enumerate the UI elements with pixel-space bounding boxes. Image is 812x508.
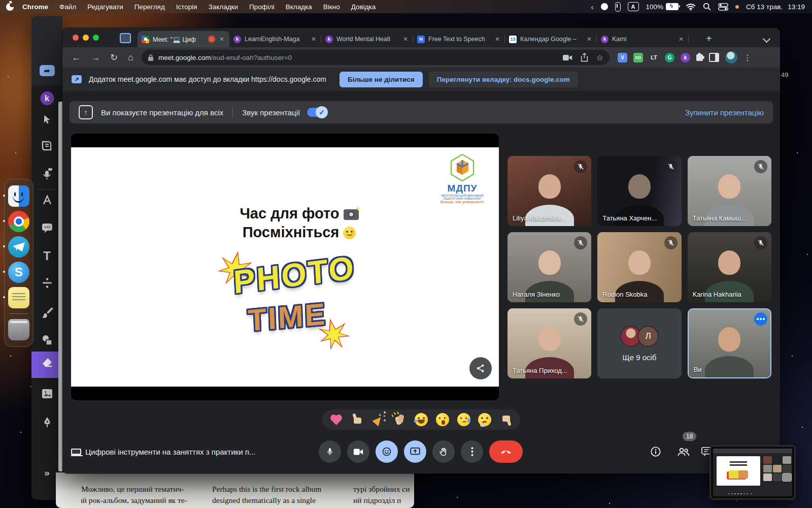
reaction-laugh-icon[interactable] (414, 412, 428, 427)
input-source-badge[interactable]: A (628, 2, 639, 11)
participant-tile[interactable]: Rodion Skobka (597, 232, 681, 302)
comment-tool-icon[interactable] (41, 223, 53, 234)
dock-chrome[interactable] (8, 211, 29, 232)
profile-avatar[interactable] (725, 51, 737, 64)
tab-google-calendar[interactable]: 13 Календар Google – ✕ (505, 31, 597, 47)
reaction-thinking-icon[interactable] (478, 412, 492, 427)
participants-panel-button[interactable] (676, 446, 690, 457)
menu-app-name[interactable]: Chrome (17, 3, 54, 11)
extension-v-icon[interactable]: V (618, 53, 627, 62)
slide-share-button[interactable] (469, 357, 492, 379)
collapse-chevron-icon[interactable]: ‹ (591, 3, 594, 11)
close-tab-icon[interactable]: ✕ (218, 36, 225, 43)
raise-hand-button[interactable] (432, 440, 455, 463)
tab-world-mental-health[interactable]: k World Mental Healt ✕ (321, 31, 413, 47)
tab-text-to-speech[interactable]: N Free Text to Speech ✕ (413, 31, 505, 47)
tab-search-chevron-icon[interactable] (763, 35, 771, 43)
reaction-thumbs-down-icon[interactable] (499, 412, 513, 427)
back-button[interactable]: ← (66, 52, 86, 63)
grammarly-icon[interactable]: G (665, 53, 674, 62)
more-options-button[interactable] (461, 440, 483, 463)
cursor-tool-icon[interactable] (42, 114, 53, 125)
zoom-window-button[interactable] (93, 35, 99, 41)
languagetool-icon[interactable]: LT (649, 53, 659, 62)
menu-view[interactable]: Перегляд (129, 3, 171, 11)
wifi-icon[interactable] (686, 3, 696, 11)
dock-stickies[interactable] (8, 287, 29, 308)
kami-logo-icon[interactable]: k (40, 91, 54, 105)
close-tab-icon[interactable]: ✕ (586, 36, 593, 43)
tile-options-kebab-icon[interactable] (754, 312, 767, 326)
self-view-tile[interactable]: Ви (688, 308, 771, 378)
participant-tile[interactable]: Татьяна Харчен... (597, 156, 681, 226)
camera-button[interactable] (347, 440, 369, 463)
dock-finder[interactable] (8, 185, 29, 207)
home-button[interactable]: ⌂ (123, 52, 139, 63)
record-indicator-icon[interactable] (601, 3, 608, 10)
reaction-party-icon[interactable] (371, 412, 386, 427)
shapes-tool-icon[interactable] (41, 334, 53, 346)
control-center-icon[interactable] (718, 3, 728, 11)
stop-sharing-button[interactable]: Більше не ділитися (340, 72, 423, 87)
dock-telegram[interactable] (8, 236, 29, 258)
close-tab-icon[interactable]: ✕ (494, 36, 501, 43)
tab-overview-icon[interactable] (120, 33, 131, 43)
browser-menu-kebab-icon[interactable]: ⋮ (743, 53, 752, 62)
menubar-clock[interactable]: Сб 13 трав.13:19 (746, 3, 805, 11)
reaction-heart-icon[interactable]: ✦ (329, 412, 344, 427)
menu-help[interactable]: Довідка (346, 3, 382, 11)
reactions-button-active[interactable] (376, 440, 398, 463)
share-icon[interactable] (581, 53, 588, 62)
brush-tool-icon[interactable] (41, 307, 53, 319)
camera-in-use-icon[interactable] (563, 54, 572, 61)
present-to-meet-icon[interactable]: ➦ (40, 65, 55, 76)
eraser-tool-icon[interactable] (41, 357, 53, 368)
forward-button[interactable]: → (86, 52, 105, 63)
bookmark-star-icon[interactable]: ☆ (596, 53, 603, 62)
insert-image-tool-icon[interactable] (41, 388, 53, 399)
participant-tile[interactable]: Liliya Kaluzhska... (507, 156, 591, 226)
menu-window[interactable]: Вікно (318, 3, 346, 11)
leave-call-button[interactable] (489, 440, 523, 463)
equation-tool-icon[interactable] (42, 277, 53, 289)
close-window-button[interactable] (73, 35, 79, 41)
spotlight-search-icon[interactable] (703, 3, 711, 11)
meeting-info-button[interactable] (650, 446, 661, 457)
view-shared-tab-button[interactable]: Переглянути вкладку: docs.google.com (429, 72, 578, 87)
menu-tab[interactable]: Вкладка (280, 3, 318, 11)
microphone-button[interactable] (319, 440, 341, 463)
screen-share-preview-window[interactable] (709, 445, 796, 500)
apple-menu-icon[interactable] (6, 3, 14, 11)
menu-file[interactable]: Файл (54, 3, 82, 11)
menu-history[interactable]: Історія (171, 3, 203, 11)
side-panel-icon[interactable] (709, 53, 719, 62)
participant-tile[interactable]: Татьяна Камыш... (688, 156, 771, 226)
tab-learnenglish[interactable]: k LearnEnglish-Maga ✕ (229, 31, 321, 47)
clip-icon[interactable] (615, 2, 621, 12)
close-tab-icon[interactable]: ✕ (310, 36, 317, 43)
reload-button[interactable]: ↻ (105, 52, 123, 63)
more-participants-tile[interactable]: Л Ще 9 осіб (597, 308, 681, 378)
extension-ed-icon[interactable]: ED (633, 53, 643, 62)
reaction-clap-icon[interactable] (393, 412, 407, 427)
participant-tile[interactable]: Татьяна Приход... (507, 308, 591, 378)
reaction-thumbs-up-icon[interactable] (351, 412, 365, 427)
reaction-surprised-icon[interactable] (435, 412, 450, 427)
dock-trash[interactable] (8, 319, 29, 340)
text-tool-icon[interactable]: T (43, 249, 51, 263)
dock-skype[interactable]: S (8, 262, 29, 283)
close-tab-icon[interactable]: ✕ (402, 36, 409, 43)
pen-tool-icon[interactable] (42, 417, 52, 429)
participant-tile[interactable]: Karina Hakhariia (688, 232, 771, 302)
participant-tile[interactable]: Наталя Зіненко (507, 232, 591, 302)
collapse-sidebar-chevrons[interactable]: » (44, 467, 50, 479)
present-button-active[interactable] (404, 440, 426, 463)
extensions-puzzle-icon[interactable] (696, 54, 703, 61)
menu-bookmarks[interactable]: Закладки (203, 3, 244, 11)
tab-kami[interactable]: k Kami ✕ (597, 31, 689, 47)
new-tab-button[interactable]: + (706, 31, 712, 46)
battery-status[interactable]: 100% ϟ (646, 3, 679, 11)
presentation-audio-toggle[interactable]: ✓ (307, 108, 326, 117)
close-tab-icon[interactable]: ✕ (678, 36, 685, 43)
menu-profiles[interactable]: Профілі (244, 3, 280, 11)
